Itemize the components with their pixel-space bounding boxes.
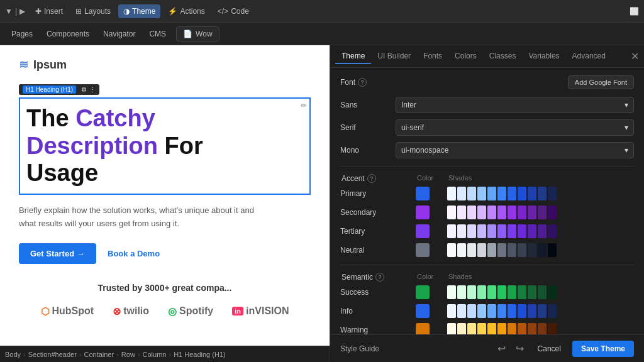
- heading-text: The Catchy Description For Usage: [26, 105, 303, 187]
- tertiary-swatch[interactable]: [416, 224, 430, 238]
- success-color-row: Success: [340, 285, 634, 299]
- neutral-label: Neutral: [340, 246, 416, 255]
- success-swatch[interactable]: [416, 285, 430, 299]
- semantic-divider: [340, 265, 634, 265]
- main-area: ≋ Ipsum H1 Heading (H1) ⚙ ⋮ ✏ The Catchy…: [0, 45, 644, 362]
- hubspot-logo: ⬡ HubSpot: [41, 305, 94, 317]
- success-shades: [447, 285, 634, 299]
- serif-select[interactable]: ui-serif ▾: [396, 119, 634, 136]
- get-started-button[interactable]: Get Started →: [19, 243, 96, 264]
- tab-classes[interactable]: Classes: [483, 49, 523, 64]
- warning-color-row: Warning: [340, 323, 634, 334]
- font-label: Font ?: [340, 78, 391, 87]
- canvas-logo: ≋ Ipsum: [19, 58, 311, 72]
- spotify-logo: ◎ Spotify: [168, 305, 213, 317]
- warning-shades: [447, 323, 634, 334]
- panel-content: Font ? Add Google Font Sans Inter ▾ Seri…: [330, 68, 644, 334]
- more-icon[interactable]: ⋮: [89, 86, 96, 93]
- breadcrumb-container[interactable]: Container: [84, 351, 114, 358]
- breadcrumb-section[interactable]: Section#header: [28, 351, 77, 358]
- tab-fonts[interactable]: Fonts: [417, 49, 448, 64]
- actions-button[interactable]: ⚡ Actions: [163, 4, 209, 18]
- font-section-header: Font ? Add Google Font: [340, 75, 634, 89]
- save-theme-button[interactable]: Save Theme: [572, 341, 634, 357]
- code-button[interactable]: </> Code: [213, 4, 254, 18]
- breadcrumb-bar: Body › Section#header › Container › Row …: [0, 346, 330, 362]
- logo: ▼ | ▶: [5, 7, 25, 16]
- pages-button[interactable]: Pages: [5, 27, 39, 41]
- chevron-down-icon: ▾: [625, 123, 628, 132]
- panel-footer: Style Guide ↩ ↪ Cancel Save Theme: [330, 334, 644, 362]
- layouts-button[interactable]: ⊞ Layouts: [70, 4, 116, 18]
- book-demo-button[interactable]: Book a Demo: [108, 249, 160, 258]
- tab-variables[interactable]: Variables: [522, 49, 565, 64]
- panel-close-button[interactable]: ✕: [631, 52, 639, 62]
- secondary-color-row: Secondary: [340, 206, 634, 219]
- primary-swatch[interactable]: [416, 187, 430, 200]
- success-label: Success: [340, 288, 416, 297]
- cancel-button[interactable]: Cancel: [531, 342, 567, 356]
- serif-row: Serif ui-serif ▾: [340, 119, 634, 136]
- tab-colors[interactable]: Colors: [448, 49, 483, 64]
- tertiary-shades: [447, 224, 634, 238]
- style-guide-link[interactable]: Style Guide: [340, 344, 379, 353]
- sans-row: Sans Inter ▾: [340, 97, 634, 113]
- secondary-swatch[interactable]: [416, 206, 430, 219]
- semantic-help-icon[interactable]: ?: [375, 273, 384, 282]
- accent-header: Accent ? Color Shades: [340, 174, 634, 183]
- tertiary-label: Tertiary: [340, 227, 416, 236]
- logo-arrow[interactable]: ▶: [19, 7, 25, 16]
- neutral-swatch[interactable]: [416, 243, 430, 257]
- logo-wave-icon: ≋: [19, 58, 28, 72]
- serif-label: Serif: [340, 123, 391, 132]
- theme-button[interactable]: ◑ Theme: [118, 4, 160, 18]
- secondary-shades: [447, 206, 634, 219]
- redo-button[interactable]: ↪: [513, 340, 526, 357]
- edit-icon[interactable]: ✏: [301, 101, 307, 110]
- font-help-icon[interactable]: ?: [358, 78, 367, 87]
- cms-button[interactable]: CMS: [143, 27, 172, 41]
- semantic-header: Semantic ? Color Shades: [340, 273, 634, 282]
- info-swatch[interactable]: [416, 304, 430, 318]
- primary-shades: [447, 187, 634, 200]
- heading-box[interactable]: ✏ The Catchy Description For Usage: [19, 97, 311, 195]
- wow-button[interactable]: 📄 Wow: [176, 26, 219, 41]
- tab-theme[interactable]: Theme: [335, 49, 371, 64]
- divider: [340, 166, 634, 167]
- sans-select[interactable]: Inter ▾: [396, 97, 634, 113]
- breadcrumb-column[interactable]: Column: [143, 351, 167, 358]
- insert-button[interactable]: ✚ Insert: [30, 4, 68, 18]
- tab-advanced[interactable]: Advanced: [566, 49, 612, 64]
- cta-buttons: Get Started → Book a Demo: [19, 243, 311, 264]
- second-toolbar: Pages Components Navigator CMS 📄 Wow: [0, 23, 644, 45]
- neutral-shades: [447, 243, 634, 257]
- undo-button[interactable]: ↩: [495, 340, 508, 357]
- logo-chevron[interactable]: ▼: [5, 7, 13, 16]
- navigator-button[interactable]: Navigator: [97, 27, 142, 41]
- breadcrumb-row[interactable]: Row: [121, 351, 135, 358]
- mono-select[interactable]: ui-monospace ▾: [396, 142, 634, 158]
- mono-row: Mono ui-monospace ▾: [340, 142, 634, 158]
- h1-toolbar-bar: H1 Heading (H1) ⚙ ⋮: [19, 84, 99, 95]
- settings-icon[interactable]: ⚙: [81, 86, 87, 93]
- accent-help-icon[interactable]: ?: [367, 174, 376, 183]
- invision-logo: in inVISION: [232, 305, 289, 317]
- chevron-down-icon: ▾: [625, 146, 628, 155]
- warning-label: Warning: [340, 326, 416, 334]
- add-google-font-button[interactable]: Add Google Font: [568, 75, 634, 89]
- mobile-icon[interactable]: ⬜: [630, 7, 639, 16]
- breadcrumb-body[interactable]: Body: [5, 351, 21, 358]
- warning-swatch[interactable]: [416, 323, 430, 334]
- primary-color-row: Primary: [340, 187, 634, 200]
- brand-logos-row: ⬡ HubSpot ⊗ twilio ◎ Spotify in inVISION: [19, 305, 311, 317]
- tab-ui-builder[interactable]: UI Builder: [371, 49, 417, 64]
- chevron-down-icon: ▾: [625, 101, 628, 109]
- components-button[interactable]: Components: [40, 27, 96, 41]
- body-text: Briefly explain how the solution works, …: [19, 204, 270, 231]
- right-panel: Theme UI Builder Fonts Colors Classes Va…: [330, 45, 644, 362]
- canvas-area[interactable]: ≋ Ipsum H1 Heading (H1) ⚙ ⋮ ✏ The Catchy…: [0, 45, 330, 362]
- canvas-page: ≋ Ipsum H1 Heading (H1) ⚙ ⋮ ✏ The Catchy…: [0, 45, 330, 330]
- breadcrumb-h1[interactable]: H1 Heading (H1): [174, 351, 226, 358]
- panel-tabs: Theme UI Builder Fonts Colors Classes Va…: [330, 45, 644, 68]
- top-toolbar: ▼ | ▶ ✚ Insert ⊞ Layouts ◑ Theme ⚡ Actio…: [0, 0, 644, 23]
